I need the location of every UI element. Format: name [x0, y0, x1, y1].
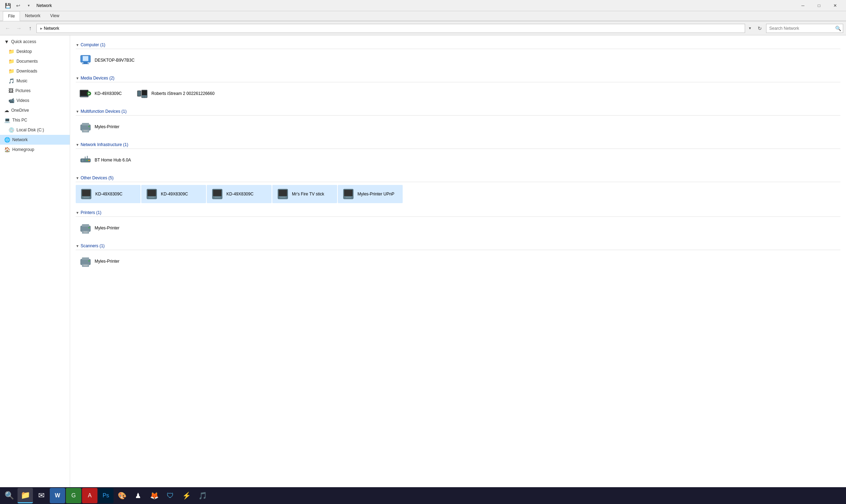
sidebar-item-network[interactable]: 🌐 Network: [0, 135, 70, 145]
taskbar-bolt[interactable]: ⚡: [179, 488, 194, 503]
tab-network[interactable]: Network: [20, 11, 45, 21]
sidebar-item-onedrive[interactable]: ☁ OneDrive: [0, 105, 70, 115]
main-layout: ▼ Quick access 📁 Desktop 📁 Documents 📁 D…: [0, 35, 846, 492]
tab-file[interactable]: File: [3, 11, 20, 21]
sidebar-label-pictures: Pictures: [15, 88, 30, 93]
sidebar: ▼ Quick access 📁 Desktop 📁 Documents 📁 D…: [0, 35, 70, 492]
media-device-icon-2: [136, 87, 149, 100]
pictures-icon: 🖼: [8, 88, 13, 94]
other-device-4[interactable]: Mr's Fire TV stick: [272, 185, 337, 203]
taskbar-paint[interactable]: 🎨: [114, 488, 130, 503]
section-infrastructure[interactable]: ▼ Network Infrastructure (1): [76, 141, 840, 149]
forward-button[interactable]: →: [14, 23, 24, 33]
taskbar-word[interactable]: W: [50, 488, 65, 503]
taskbar-green-app[interactable]: G: [66, 488, 81, 503]
device-kd1[interactable]: KD-49X8309C: [76, 85, 132, 102]
sidebar-item-this-pc[interactable]: 💻 This PC: [0, 115, 70, 125]
other-icon-4: [277, 188, 289, 200]
sidebar-item-local-disk[interactable]: 💿 Local Disk (C:): [0, 125, 70, 135]
sidebar-item-desktop[interactable]: 📁 Desktop: [0, 47, 70, 56]
scanners-list: Myles-Printer: [76, 251, 840, 271]
section-computer[interactable]: ▼ Computer (1): [76, 41, 840, 49]
up-button[interactable]: ↑: [25, 23, 35, 33]
infrastructure-list: BT Home Hub 6.0A: [76, 150, 840, 170]
section-media-label: Media Devices (2): [81, 76, 115, 81]
sidebar-label-downloads: Downloads: [16, 69, 37, 74]
device-roberts-label: Roberts iStream 2 002261226660: [151, 91, 214, 96]
search-input[interactable]: [766, 24, 843, 33]
expand-icon: ▼: [4, 39, 9, 44]
device-printer-1[interactable]: Myles-Printer: [76, 220, 132, 236]
svg-rect-25: [82, 190, 90, 196]
section-printers-label: Printers (1): [81, 210, 101, 215]
tab-view[interactable]: View: [45, 11, 64, 21]
back-button[interactable]: ←: [3, 23, 13, 33]
computer-icon: 💻: [4, 117, 10, 123]
undo-button[interactable]: ↩: [13, 1, 23, 11]
section-scanners-label: Scanners (1): [81, 243, 105, 248]
device-router[interactable]: BT Home Hub 6.0A: [76, 152, 135, 168]
section-media[interactable]: ▼ Media Devices (2): [76, 74, 840, 82]
breadcrumb-network[interactable]: Network: [44, 26, 59, 31]
taskbar-search[interactable]: 🔍: [1, 488, 17, 503]
folder-icon: 📁: [8, 68, 14, 74]
svg-rect-31: [213, 190, 221, 196]
device-desktop[interactable]: DESKTOP-B9V7B3C: [76, 52, 138, 69]
folder-icon: 📁: [8, 49, 14, 54]
sidebar-item-videos[interactable]: 📹 Videos: [0, 96, 70, 105]
section-scanners[interactable]: ▼ Scanners (1): [76, 242, 840, 250]
taskbar-music[interactable]: 🎵: [195, 488, 210, 503]
sidebar-section-quick-access[interactable]: ▼ Quick access: [0, 37, 70, 47]
network-icon: 🌐: [4, 137, 10, 143]
section-printers[interactable]: ▼ Printers (1): [76, 209, 840, 217]
refresh-button[interactable]: ↻: [755, 23, 765, 33]
device-kd1-label: KD-49X8309C: [95, 91, 122, 96]
section-multifunction[interactable]: ▼ Multifunction Devices (1): [76, 108, 840, 116]
sidebar-item-pictures[interactable]: 🖼 Pictures: [0, 86, 70, 96]
sidebar-item-documents[interactable]: 📁 Documents: [0, 56, 70, 66]
address-path[interactable]: ▸ Network: [36, 24, 745, 33]
qat-dropdown[interactable]: ▼: [24, 1, 34, 11]
maximize-button[interactable]: □: [811, 0, 827, 11]
taskbar-firefox[interactable]: 🦊: [146, 488, 162, 503]
taskbar-acrobat[interactable]: A: [82, 488, 97, 503]
chevron-printers: ▼: [76, 211, 79, 215]
printer-icon-2: [79, 222, 92, 234]
ribbon-tabs: File Network View: [0, 11, 846, 21]
svg-rect-39: [81, 226, 90, 232]
taskbar-chess[interactable]: ♟: [130, 488, 146, 503]
other-device-1[interactable]: KD-49X8309C: [76, 185, 141, 203]
path-dropdown-button[interactable]: ▼: [746, 24, 753, 33]
close-button[interactable]: ✕: [827, 0, 843, 11]
sidebar-item-downloads[interactable]: 📁 Downloads: [0, 66, 70, 76]
sidebar-item-music[interactable]: 🎵 Music: [0, 76, 70, 86]
other-device-2[interactable]: KD-49X8309C: [141, 185, 206, 203]
svg-rect-34: [279, 190, 287, 196]
breadcrumb: ▸ Network: [40, 26, 59, 31]
chevron-multifunction: ▼: [76, 110, 79, 113]
sidebar-item-homegroup[interactable]: 🏠 Homegroup: [0, 145, 70, 154]
device-printer-multi[interactable]: Myles-Printer: [76, 118, 132, 135]
svg-rect-15: [83, 130, 88, 131]
taskbar-mail[interactable]: ✉: [34, 488, 49, 503]
other-icon-1: [80, 188, 93, 200]
minimize-button[interactable]: ─: [795, 0, 811, 11]
svg-rect-40: [82, 224, 89, 227]
svg-rect-49: [83, 265, 88, 266]
section-other[interactable]: ▼ Other Devices (5): [76, 174, 840, 182]
svg-point-44: [88, 227, 90, 228]
taskbar-file-explorer[interactable]: 📁: [18, 488, 33, 503]
svg-rect-43: [83, 232, 88, 233]
other-device-5[interactable]: Myles-Printer UPnP: [338, 185, 403, 203]
other-icon-5: [342, 188, 355, 200]
save-button[interactable]: 💾: [3, 1, 13, 11]
section-computer-label: Computer (1): [81, 42, 105, 47]
taskbar-photoshop[interactable]: Ps: [98, 488, 114, 503]
device-scanner-1[interactable]: Myles-Printer: [76, 253, 132, 270]
other-devices-list: KD-49X8309C KD-49X8309C: [76, 184, 840, 205]
other-device-3[interactable]: KD-49X8309C: [207, 185, 272, 203]
media-list: KD-49X8309C Roberts iStream 2 0022612266…: [76, 84, 840, 103]
taskbar-shield[interactable]: 🛡: [163, 488, 178, 503]
device-roberts[interactable]: Roberts iStream 2 002261226660: [132, 85, 218, 102]
disk-icon: 💿: [8, 127, 14, 133]
